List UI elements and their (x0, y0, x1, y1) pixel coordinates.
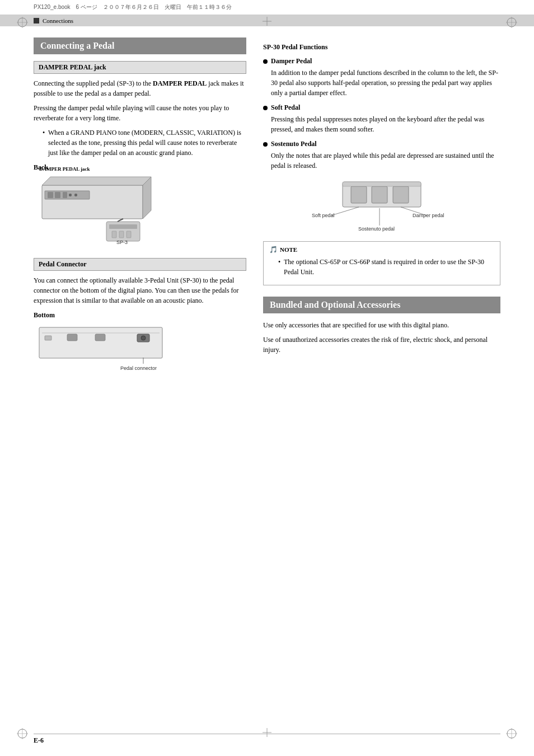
bundled-para1: Use only accessories that are specified … (263, 320, 500, 330)
damper-para1: Connecting the supplied pedal (SP-3) to … (34, 78, 246, 98)
svg-rect-31 (45, 336, 51, 340)
note-title: 🎵 NOTE (269, 245, 494, 255)
note-bullet-list: The optional CS-65P or CS-66P stand is r… (278, 257, 494, 277)
svg-line-43 (331, 207, 359, 215)
svg-rect-42 (343, 182, 421, 186)
bottom-diagram-svg: Pedal connector (34, 322, 174, 372)
bottom-diagram-area: Bottom Pedal connector (34, 311, 246, 372)
svg-rect-25 (112, 231, 116, 238)
note-bullet-1: The optional CS-65P or CS-66P stand is r… (278, 257, 494, 277)
svg-text:SP-3: SP-3 (116, 240, 128, 245)
corner-mark-br (506, 728, 517, 739)
main-content: Connecting a Pedal DAMPER PEDAL jack Con… (0, 26, 534, 415)
bundled-para2: Use of unauthorized accessories creates … (263, 335, 500, 355)
soft-bullet-icon (263, 106, 268, 110)
svg-rect-19 (55, 192, 60, 198)
damper-subsection-title: DAMPER PEDAL jack (34, 61, 246, 74)
corner-mark-bl (17, 728, 28, 739)
header-bar: PX120_e.book 6 ページ ２００７年６月２６日 火曜日 午前１１時３… (0, 0, 534, 15)
svg-rect-14 (42, 185, 143, 219)
file-info: PX120_e.book 6 ページ ２００７年６月２６日 火曜日 午前１１時３… (34, 4, 232, 10)
damper-bullet-icon (263, 59, 268, 64)
svg-text:Sostenuto pedal: Sostenuto pedal (358, 226, 395, 232)
pedal-diagram-svg: Soft pedal Sostenuto pedal Damper pedal (309, 176, 455, 232)
sp30-heading: SP-30 Pedal Functions (263, 43, 500, 51)
svg-text:Pedal connector: Pedal connector (120, 365, 157, 371)
svg-rect-29 (39, 327, 162, 358)
svg-text:Damper pedal: Damper pedal (413, 213, 444, 218)
pedal-diagram-area: Soft pedal Sostenuto pedal Damper pedal (263, 176, 500, 232)
page-wrapper: PX120_e.book 6 ページ ２００７年６月２６日 火曜日 午前１１時３… (0, 0, 534, 756)
damper-pedal-heading: Damper Pedal (263, 57, 500, 65)
back-diagram-svg: SP-3 (34, 174, 162, 247)
svg-text:Soft pedal: Soft pedal (312, 213, 335, 218)
bottom-label: Bottom (34, 311, 246, 320)
breadcrumb-text: Connections (43, 17, 73, 24)
soft-pedal-text: Pressing this pedal suppresses notes pla… (271, 114, 500, 134)
svg-rect-21 (69, 194, 72, 196)
soft-pedal-heading: Soft Pedal (263, 104, 500, 112)
svg-rect-20 (63, 192, 67, 198)
right-column: SP-30 Pedal Functions Damper Pedal In ad… (263, 37, 500, 381)
svg-rect-22 (74, 194, 77, 196)
svg-rect-41 (393, 186, 409, 203)
connecting-pedal-title: Connecting a Pedal (34, 37, 246, 54)
note-box: 🎵 NOTE The optional CS-65P or CS-66P sta… (263, 241, 500, 285)
page-footer: E-6 (34, 734, 500, 745)
damper-bullet-1: When a GRAND PIANO tone (MODERN, CLASSIC… (43, 128, 246, 158)
svg-rect-24 (109, 224, 137, 229)
damper-pedal-text: In addition to the damper pedal function… (271, 68, 500, 98)
svg-rect-39 (351, 186, 367, 203)
damper-para2: Pressing the damper pedal while playing … (34, 103, 246, 123)
page-number: E-6 (34, 736, 44, 745)
sostenuto-bullet-icon (263, 142, 268, 147)
edge-mark-top (263, 17, 271, 28)
damper-bullet-list: When a GRAND PIANO tone (MODERN, CLASSIC… (43, 128, 246, 158)
back-diagram-area: Back DAMPER PEDAL jack (34, 163, 246, 249)
svg-rect-32 (67, 334, 77, 341)
left-column: Connecting a Pedal DAMPER PEDAL jack Con… (34, 37, 246, 381)
svg-point-35 (141, 336, 146, 340)
bundled-accessories-title: Bundled and Optional Accessories (263, 297, 500, 313)
nav-square-icon (34, 18, 39, 24)
pedal-connector-title: Pedal Connector (34, 258, 246, 271)
sostenuto-pedal-text: Only the notes that are played while thi… (271, 151, 500, 171)
svg-rect-40 (372, 186, 387, 203)
svg-rect-27 (127, 231, 131, 238)
svg-rect-33 (95, 334, 105, 341)
damper-pedal-jack-label: DAMPER PEDAL jack (39, 166, 90, 172)
corner-mark-tr (506, 17, 517, 28)
corner-mark-tl (17, 17, 28, 28)
svg-marker-15 (42, 177, 151, 185)
note-icon: 🎵 (269, 245, 278, 255)
svg-rect-18 (48, 192, 53, 198)
sostenuto-pedal-heading: Sostenuto Pedal (263, 140, 500, 148)
svg-rect-26 (119, 231, 124, 238)
pedal-connector-para: You can connect the optionally available… (34, 275, 246, 306)
